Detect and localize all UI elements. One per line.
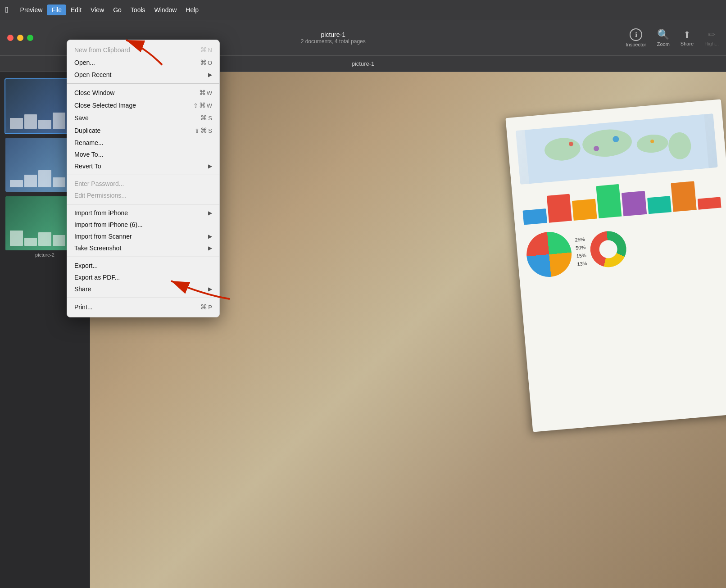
menu-bar:  Preview File Edit View Go Tools Window… (0, 0, 726, 20)
share-arrow-icon: ▶ (208, 286, 212, 292)
doc-title: picture-1 (352, 60, 375, 67)
menu-item-rename[interactable]: Rename... (67, 137, 219, 149)
menu-section-2: Close Window ⌘W Close Selected Image ⇧⌘W… (67, 86, 219, 173)
menu-section-6: Print... ⌘P (67, 300, 219, 314)
menu-item-save-label: Save (74, 114, 200, 122)
menu-item-open-recent[interactable]: Open Recent ▶ (67, 69, 219, 81)
minimize-button[interactable] (17, 35, 23, 41)
menu-item-open[interactable]: Open... ⌘O (67, 56, 219, 69)
zoom-label: Zoom (657, 41, 670, 47)
menu-item-export-as-pdf-label: Export as PDF... (74, 274, 212, 281)
menu-item-revert-to-label: Revert To (74, 163, 204, 170)
world-map (516, 113, 718, 185)
menu-help[interactable]: Help (181, 5, 203, 15)
menu-item-duplicate-label: Duplicate (74, 127, 195, 134)
menu-item-export[interactable]: Export... (67, 260, 219, 271)
menu-item-close-window-label: Close Window (74, 89, 199, 96)
menu-item-print-shortcut: ⌘P (200, 303, 212, 311)
inspector-icon: ℹ (630, 28, 642, 41)
menu-item-save-shortcut: ⌘S (200, 114, 212, 122)
share-button[interactable]: ⬆ Share (681, 29, 694, 46)
menu-item-rename-label: Rename... (74, 139, 212, 146)
toolbar-actions: ℹ Inspector 🔍 Zoom ⬆ Share ✏ High... (626, 28, 719, 47)
inspector-button[interactable]: ℹ Inspector (626, 28, 646, 47)
pie-chart (525, 230, 573, 279)
menu-item-take-screenshot-label: Take Screenshot (74, 244, 204, 252)
highlight-label: High... (704, 41, 719, 46)
menu-item-import-from-iphone-6-label: Import from iPhone (6)... (74, 221, 212, 228)
menu-item-import-from-iphone-label: Import from iPhone (74, 209, 204, 217)
chart-area: 25% 50% 15% 13% (516, 113, 726, 422)
menu-item-enter-password: Enter Password... (67, 178, 219, 190)
menu-section-3: Enter Password... Edit Permissions... (67, 177, 219, 202)
menu-go[interactable]: Go (109, 5, 126, 15)
world-map-svg (516, 113, 718, 185)
menu-item-export-as-pdf[interactable]: Export as PDF... (67, 271, 219, 283)
menu-item-duplicate-shortcut: ⇧⌘S (195, 127, 212, 135)
menu-item-import-from-scanner[interactable]: Import from Scanner ▶ (67, 231, 219, 242)
menu-item-print-label: Print... (74, 303, 200, 311)
menu-item-move-to-label: Move To... (74, 151, 212, 158)
menu-section-5: Export... Export as PDF... Share ▶ (67, 259, 219, 296)
infographic-paper: 25% 50% 15% 13% (505, 99, 726, 432)
open-recent-arrow-icon: ▶ (208, 72, 212, 78)
menu-item-share-label: Share (74, 285, 204, 293)
menu-item-take-screenshot[interactable]: Take Screenshot ▶ (67, 242, 219, 254)
donut-chart (589, 230, 628, 269)
menu-item-open-label: Open... (74, 59, 200, 66)
preview-window: picture-1 2 documents, 4 total pages ℹ I… (0, 20, 726, 588)
menu-window[interactable]: Window (150, 5, 182, 15)
doc-name: picture-1 (41, 31, 626, 38)
menu-item-save[interactable]: Save ⌘S (67, 112, 219, 124)
revert-to-arrow-icon: ▶ (208, 163, 212, 169)
highlight-button[interactable]: ✏ High... (704, 29, 719, 46)
apple-logo-icon[interactable]:  (5, 5, 9, 15)
donut-hole (599, 240, 618, 259)
close-button[interactable] (7, 35, 14, 41)
menu-item-edit-permissions: Edit Permissions... (67, 190, 219, 201)
maximize-button[interactable] (27, 35, 33, 41)
menu-item-new-from-clipboard-label: New from Clipboard (74, 46, 200, 54)
menu-item-move-to[interactable]: Move To... (67, 149, 219, 160)
zoom-button[interactable]: 🔍 Zoom (657, 29, 670, 47)
menu-item-import-from-scanner-label: Import from Scanner (74, 233, 204, 240)
pencil-icon: ✏ (708, 29, 716, 40)
menu-preview[interactable]: Preview (16, 5, 47, 15)
import-iphone-arrow-icon: ▶ (208, 210, 212, 216)
separator-5 (67, 298, 219, 298)
menu-item-export-label: Export... (74, 262, 212, 269)
menu-section-4: Import from iPhone ▶ Import from iPhone … (67, 206, 219, 255)
menu-item-open-recent-label: Open Recent (74, 71, 204, 78)
inspector-label: Inspector (626, 42, 646, 47)
menu-item-revert-to[interactable]: Revert To ▶ (67, 160, 219, 172)
share-icon: ⬆ (683, 29, 691, 40)
menu-item-open-shortcut: ⌘O (200, 59, 212, 67)
menu-view[interactable]: View (86, 5, 109, 15)
traffic-lights (7, 35, 33, 41)
separator-4 (67, 257, 219, 257)
separator-1 (67, 83, 219, 84)
menu-item-enter-password-label: Enter Password... (74, 180, 212, 187)
take-screenshot-arrow-icon: ▶ (208, 245, 212, 251)
menu-item-close-selected-image-shortcut: ⇧⌘W (193, 101, 212, 109)
menu-item-share[interactable]: Share ▶ (67, 283, 219, 295)
menu-item-close-window-shortcut: ⌘W (199, 89, 212, 97)
menu-item-import-from-iphone-6[interactable]: Import from iPhone (6)... (67, 219, 219, 231)
share-label: Share (681, 41, 694, 46)
menu-item-new-from-clipboard-shortcut: ⌘N (200, 46, 212, 54)
menu-file[interactable]: File (47, 5, 66, 15)
menu-item-new-from-clipboard[interactable]: New from Clipboard ⌘N (67, 44, 219, 56)
menu-section-1: New from Clipboard ⌘N Open... ⌘O Open Re… (67, 43, 219, 81)
menu-item-print[interactable]: Print... ⌘P (67, 301, 219, 313)
menu-item-import-from-iphone[interactable]: Import from iPhone ▶ (67, 207, 219, 219)
menu-item-duplicate[interactable]: Duplicate ⇧⌘S (67, 124, 219, 137)
pie-chart-area: 25% 50% 15% 13% (524, 212, 726, 283)
menu-item-edit-permissions-label: Edit Permissions... (74, 192, 212, 199)
menu-edit[interactable]: Edit (66, 5, 86, 15)
menu-item-close-selected-image[interactable]: Close Selected Image ⇧⌘W (67, 99, 219, 112)
menu-tools[interactable]: Tools (126, 5, 150, 15)
menu-item-close-selected-image-label: Close Selected Image (74, 102, 193, 109)
file-dropdown-menu: New from Clipboard ⌘N Open... ⌘O Open Re… (67, 40, 220, 317)
menu-item-close-window[interactable]: Close Window ⌘W (67, 86, 219, 99)
import-scanner-arrow-icon: ▶ (208, 233, 212, 240)
